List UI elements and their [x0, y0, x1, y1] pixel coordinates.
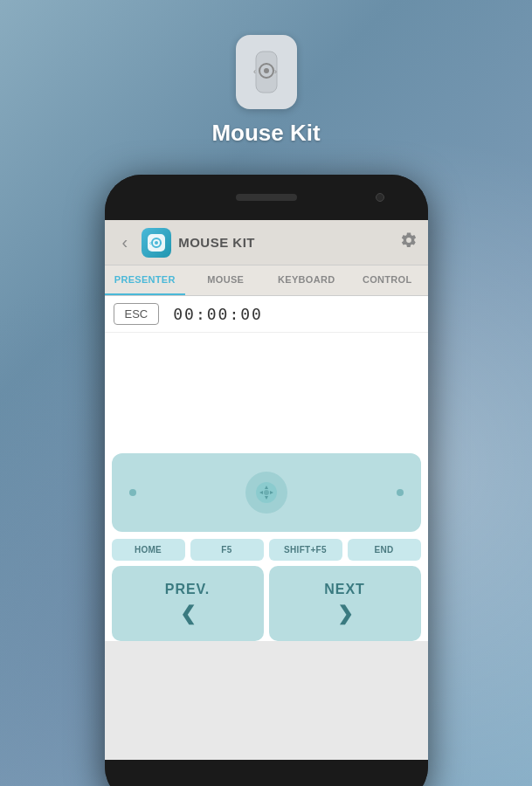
slide-area [105, 333, 428, 446]
f5-button[interactable]: F5 [190, 539, 264, 561]
app-header: ‹ ‹ › MOUSE KIT [105, 220, 428, 265]
header-icon-svg: ‹ › [147, 233, 166, 252]
phone-top-bar [105, 175, 428, 220]
next-arrow: ❯ [337, 603, 353, 625]
header-title: MOUSE KIT [178, 235, 399, 250]
prev-arrow: ❮ [180, 603, 196, 625]
phone-screen: ‹ ‹ › MOUSE KIT PRESENTER MOUSE [105, 220, 428, 760]
presenter-toolbar: ESC 00:00:00 [105, 296, 428, 333]
app-icon-container: ‹ › [236, 35, 297, 109]
shift-f5-button[interactable]: SHIFT+F5 [269, 539, 342, 561]
svg-point-7 [155, 241, 158, 245]
tab-mouse[interactable]: MOUSE [185, 265, 266, 295]
app-title: Mouse Kit [211, 120, 320, 147]
phone-speaker [236, 194, 297, 201]
pad-dot-left [129, 489, 136, 496]
prev-button[interactable]: PREV. ❮ [112, 566, 264, 641]
svg-text:‹: ‹ [253, 67, 256, 76]
pad-center-icon [254, 480, 279, 505]
screen-content: ESC 00:00:00 HOME F5 [105, 296, 428, 641]
svg-point-11 [264, 490, 269, 495]
settings-button[interactable] [400, 231, 418, 253]
back-button[interactable]: ‹ [115, 229, 135, 256]
phone-bottom [105, 760, 428, 786]
pad-center-button[interactable] [245, 472, 287, 514]
control-pad[interactable] [112, 453, 421, 532]
gear-icon [400, 231, 418, 249]
tab-keyboard[interactable]: KEYBOARD [266, 265, 348, 295]
prev-label: PREV. [165, 582, 211, 597]
next-button[interactable]: NEXT ❯ [269, 566, 421, 641]
tab-control[interactable]: CONTROL [347, 265, 428, 295]
nav-row: PREV. ❮ NEXT ❯ [112, 566, 421, 641]
home-button[interactable]: HOME [112, 539, 185, 561]
svg-text:›: › [274, 67, 277, 76]
phone-shell: ‹ ‹ › MOUSE KIT PRESENTER MOUSE [105, 175, 428, 786]
tab-presenter[interactable]: PRESENTER [105, 265, 186, 295]
next-label: NEXT [324, 582, 365, 597]
header-app-icon: ‹ › [142, 228, 171, 258]
top-section: ‹ › Mouse Kit [0, 35, 532, 147]
esc-button[interactable]: ESC [114, 303, 160, 325]
tab-bar: PRESENTER MOUSE KEYBOARD CONTROL [105, 265, 428, 296]
end-button[interactable]: END [348, 539, 421, 561]
phone-camera [376, 193, 384, 202]
pad-dot-right [397, 489, 404, 496]
shortcut-row: HOME F5 SHIFT+F5 END [112, 539, 421, 561]
svg-point-2 [264, 68, 269, 73]
device-icon: ‹ › [249, 48, 284, 96]
timer-display: 00:00:00 [173, 305, 263, 323]
